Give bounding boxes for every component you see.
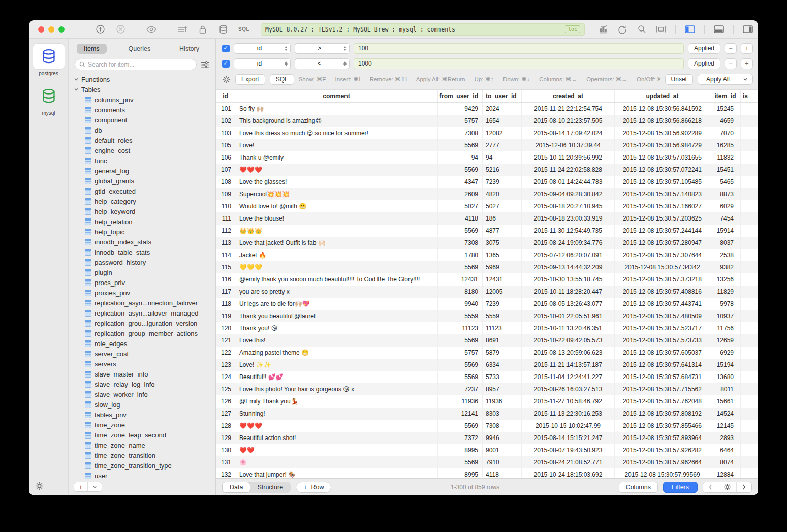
table-row[interactable]: 114 Jacket 🔥 1780 1365 2015-07-12 06:20:…	[216, 249, 758, 261]
column-header-to-user-id[interactable]: to_user_id	[483, 90, 522, 102]
toggle-right-panel-icon[interactable]	[743, 24, 753, 35]
search-icon[interactable]	[637, 24, 647, 35]
column-header-updated-at[interactable]: updated_at	[615, 90, 710, 102]
sidebar-table-item[interactable]: password_history	[74, 257, 215, 267]
open-item-list-icon[interactable]	[177, 24, 187, 35]
sidebar-table-item[interactable]: help_category	[74, 196, 215, 206]
table-row[interactable]: 123 Love! ✨✨ 5569 6334 2015-11-21 14:13:…	[216, 359, 758, 371]
sidebar-tab[interactable]: Items	[77, 44, 107, 54]
disconnect-icon[interactable]	[115, 24, 125, 35]
tree-section-tables[interactable]: Tables	[74, 84, 215, 95]
table-row[interactable]: 108 Love the glasses! 4347 7239 2015-08-…	[216, 176, 758, 188]
sidebar-table-item[interactable]: replication_grou...iguration_version	[74, 318, 215, 328]
toggle-left-panel-icon[interactable]	[685, 24, 695, 35]
chart-icon[interactable]	[598, 24, 608, 35]
table-row[interactable]: 109 Supercool💥💥💥 2609 4820 2015-09-04 09…	[216, 188, 758, 200]
filter-remove-button[interactable]: −	[725, 58, 737, 69]
sidebar-table-item[interactable]: slave_master_info	[74, 369, 215, 379]
table-row[interactable]: 117 you are so pretty x 8180 12005 2015-…	[216, 286, 758, 298]
zoom-window-button[interactable]	[58, 26, 65, 33]
item-search-field[interactable]	[75, 59, 197, 70]
sidebar-table-item[interactable]: server_cost	[74, 349, 215, 359]
table-row[interactable]: 120 Thank you! 😘 11123 11123 2015-10-11 …	[216, 322, 758, 334]
table-row[interactable]: 110 Would love to! @mith 😬 5027 5027 201…	[216, 200, 758, 212]
filters-button[interactable]: Filters	[663, 482, 698, 493]
filter-enabled-checkbox[interactable]	[222, 60, 230, 68]
filter-value-input[interactable]	[354, 43, 684, 54]
table-row[interactable]: 116 @emily thank you soooo much beautifu…	[216, 273, 758, 286]
column-header-id[interactable]: id	[216, 90, 235, 102]
page-settings-gear-icon[interactable]	[718, 482, 736, 492]
column-header-item-id[interactable]: item_id	[710, 90, 741, 102]
sidebar-table-item[interactable]: innodb_index_stats	[74, 237, 215, 247]
sidebar-table-item[interactable]: time_zone_leap_second	[74, 430, 215, 440]
sidebar-table-item[interactable]: time_zone_transition_type	[74, 460, 215, 471]
filter-sliders-icon[interactable]	[201, 61, 209, 69]
sidebar-tab[interactable]: History	[172, 44, 206, 54]
sidebar-table-item[interactable]: help_keyword	[74, 206, 215, 216]
sidebar-table-item[interactable]: comments	[74, 105, 215, 115]
close-window-button[interactable]	[38, 26, 44, 33]
filter-enabled-checkbox[interactable]	[222, 45, 230, 52]
columns-button[interactable]: Columns	[619, 482, 658, 493]
table-row[interactable]: 119 Thank you beautiful @laurel 5559 555…	[216, 310, 758, 322]
add-item-button[interactable]: +	[74, 482, 87, 491]
view-mode-tab[interactable]: Structure	[250, 482, 290, 492]
filter-add-button[interactable]: +	[741, 43, 753, 54]
sidebar-table-item[interactable]: replication_group_member_actions	[74, 328, 215, 338]
refresh-icon[interactable]	[617, 24, 627, 35]
sidebar-table-item[interactable]: help_relation	[74, 216, 215, 227]
sidebar-table-item[interactable]: db	[74, 125, 215, 135]
filter-applied-button[interactable]: Applied	[688, 43, 720, 54]
table-row[interactable]: 103 Love this dress so much 😍 so nice fo…	[216, 127, 758, 139]
sidebar-table-item[interactable]: general_log	[74, 166, 215, 176]
sidebar-table-item[interactable]: slave_worker_info	[74, 389, 215, 399]
database-icon[interactable]	[218, 24, 228, 35]
minimize-window-button[interactable]	[48, 26, 54, 33]
table-row[interactable]: 132 Love that jumper! 🏇 8995 4118 2015-1…	[216, 468, 758, 478]
table-row[interactable]: 129 Beautiful action shot! 7372 9946 201…	[216, 432, 758, 444]
sidebar-table-item[interactable]: time_zone	[74, 420, 215, 430]
table-row[interactable]: 131 🌸 5569 7910 2015-08-24 21:08:52.771 …	[216, 456, 758, 468]
table-row[interactable]: 111 Love the blouse! 4118 186 2015-08-18…	[216, 212, 758, 225]
connection-icon[interactable]	[95, 24, 105, 35]
filter-column-select[interactable]: id	[234, 43, 291, 54]
filter-column-select[interactable]: id	[234, 58, 291, 69]
preview-eye-icon[interactable]	[146, 24, 156, 35]
table-row[interactable]: 127 Stunning! 12141 8303 2015-11-13 22:3…	[216, 408, 758, 420]
fit-columns-icon[interactable]	[656, 24, 666, 35]
unset-button[interactable]: Unset	[665, 74, 693, 85]
toggle-bottom-panel-icon[interactable]	[714, 24, 724, 35]
export-button[interactable]: Export	[235, 74, 265, 85]
column-header-comment[interactable]: comment	[235, 90, 438, 102]
table-row[interactable]: 105 Love! 5569 2777 2015-12-06 10:37:39.…	[216, 139, 758, 151]
column-header-is[interactable]: is_	[741, 90, 758, 102]
table-row[interactable]: 106 Thank u @emily 94 94 2015-10-11 20:3…	[216, 151, 758, 164]
sidebar-table-item[interactable]: role_edges	[74, 338, 215, 349]
sidebar-tab[interactable]: Queries	[121, 44, 158, 54]
lock-icon[interactable]	[198, 24, 208, 35]
table-row[interactable]: 124 Beautiful!! 💕💕 5569 5733 2015-11-04 …	[216, 371, 758, 383]
sidebar-table-item[interactable]: slave_relay_log_info	[74, 379, 215, 389]
sidebar-table-item[interactable]: plugin	[74, 267, 215, 277]
sidebar-table-item[interactable]: user	[74, 471, 215, 481]
sql-editor-icon[interactable]: SQL	[238, 26, 249, 32]
sidebar-table-item[interactable]: gtid_executed	[74, 186, 215, 196]
sidebar-table-item[interactable]: engine_cost	[74, 145, 215, 155]
sidebar-table-item[interactable]: global_grants	[74, 176, 215, 186]
filter-applied-button[interactable]: Applied	[688, 58, 720, 69]
sidebar-table-item[interactable]: columns_priv	[74, 95, 215, 105]
table-row[interactable]: 130 ❤️❤️ 8995 9001 2015-08-07 19:43:50.9…	[216, 444, 758, 456]
table-row[interactable]: 101 So fly 🙌🏼 9429 2024 2015-11-21 22:12…	[216, 103, 758, 115]
filter-remove-button[interactable]: −	[725, 43, 737, 54]
table-row[interactable]: 112 👑👑👑 5569 4877 2015-11-30 12:54:49.73…	[216, 225, 758, 237]
filter-operator-select[interactable]: <	[295, 58, 350, 69]
item-search-input[interactable]	[88, 61, 192, 68]
sidebar-table-item[interactable]: innodb_table_stats	[74, 247, 215, 257]
sidebar-table-item[interactable]: proxies_priv	[74, 288, 215, 298]
table-row[interactable]: 113 Love that jacket! Outfit is fab 🙌🏻 7…	[216, 237, 758, 249]
sidebar-table-item[interactable]: time_zone_name	[74, 440, 215, 450]
next-page-button[interactable]	[736, 482, 751, 492]
sidebar-table-item[interactable]: component	[74, 115, 215, 125]
table-row[interactable]: 107 ❤️❤️❤️ 5569 5216 2015-11-24 22:02:58…	[216, 164, 758, 176]
